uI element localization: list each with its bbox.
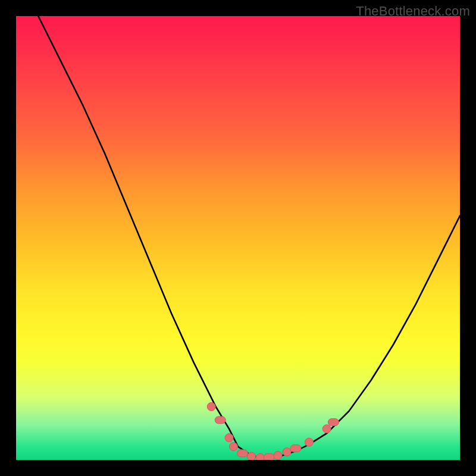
data-marker (274, 452, 282, 460)
chart-frame: TheBottleneck.com (0, 0, 476, 476)
marker-group (207, 403, 339, 461)
data-marker (283, 448, 291, 456)
data-marker (215, 416, 226, 424)
data-marker (256, 453, 264, 460)
data-marker (230, 443, 238, 451)
watermark-text: TheBottleneck.com (356, 4, 470, 19)
chart-plot-area (16, 16, 460, 460)
data-marker (305, 438, 313, 446)
data-marker (264, 454, 274, 461)
data-marker (322, 425, 331, 433)
data-marker (328, 419, 339, 426)
data-marker (237, 450, 248, 457)
data-marker (225, 434, 233, 442)
data-marker (290, 445, 301, 452)
bottleneck-curve (38, 16, 460, 458)
chart-svg (16, 16, 460, 460)
data-marker (207, 403, 215, 411)
data-marker (247, 452, 255, 460)
